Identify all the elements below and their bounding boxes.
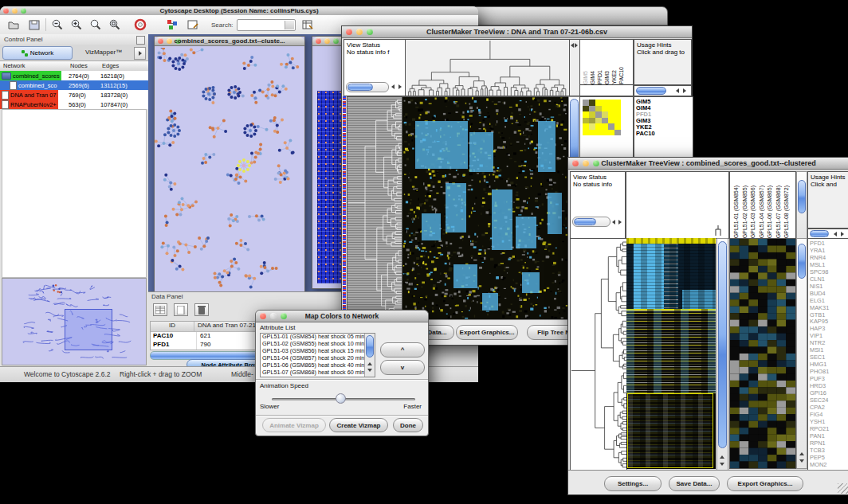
tv1-global-heatmap[interactable] bbox=[402, 96, 569, 321]
zoom-button[interactable] bbox=[333, 38, 339, 44]
tv1-row-dendrogram[interactable] bbox=[347, 96, 402, 321]
tv2-zoom-heatmap[interactable] bbox=[729, 238, 796, 469]
tv2-status-hscrollbar[interactable] bbox=[572, 217, 610, 227]
tv1-column-dendrogram[interactable] bbox=[405, 39, 570, 96]
column-label[interactable]: GIM5 bbox=[583, 71, 589, 84]
matrix-cell[interactable] bbox=[589, 130, 595, 136]
matrix-cell[interactable] bbox=[602, 123, 608, 130]
export-graphics-button[interactable]: Export Graphics... bbox=[456, 325, 518, 340]
tab-vizmapper[interactable]: VizMapper™ bbox=[73, 46, 134, 58]
scroll-thumb[interactable] bbox=[574, 218, 596, 225]
matrix-cell[interactable] bbox=[583, 100, 589, 106]
matrix-cell[interactable] bbox=[602, 106, 608, 112]
matrix-cell[interactable] bbox=[608, 100, 614, 106]
column-label[interactable]: GIM3 bbox=[604, 71, 610, 84]
column-label[interactable]: GPL51-03 (GSM856) bbox=[750, 186, 756, 238]
matrix-cell[interactable] bbox=[608, 118, 614, 124]
network-list-row[interactable]: combined_sco 2569(6) 13112(15) bbox=[0, 80, 148, 90]
scroll-up-icon[interactable] bbox=[367, 362, 372, 365]
scroll-up-icon[interactable] bbox=[799, 452, 804, 455]
column-label[interactable]: YKE2 bbox=[611, 70, 618, 84]
animate-vizmap-button[interactable]: Animate Vizmap bbox=[262, 418, 326, 432]
frame1-titlebar[interactable]: combined_scores_good.txt--cluste... bbox=[155, 37, 304, 46]
close-button[interactable] bbox=[316, 38, 321, 44]
column-label[interactable]: PFD1 bbox=[597, 70, 603, 84]
matrix-cell[interactable] bbox=[614, 106, 621, 112]
new-attribute-icon[interactable] bbox=[174, 303, 188, 316]
create-vizmap-button[interactable]: Create Vizmap bbox=[329, 418, 388, 432]
matrix-cell[interactable] bbox=[589, 118, 595, 124]
network-graph[interactable] bbox=[155, 48, 303, 291]
gene-label[interactable]: MON2 bbox=[810, 462, 848, 469]
matrix-cell[interactable] bbox=[595, 130, 602, 136]
attribute-table-icon[interactable] bbox=[300, 18, 315, 32]
treeview2-titlebar[interactable]: ClusterMaker TreeView : combined_scores_… bbox=[568, 158, 848, 170]
matrix-cell[interactable] bbox=[595, 106, 602, 112]
row-label[interactable]: PAC10 bbox=[636, 131, 693, 137]
matrix-cell[interactable] bbox=[595, 118, 602, 124]
scroll-down-icon[interactable] bbox=[720, 463, 724, 466]
scroll-left-icon[interactable] bbox=[571, 43, 574, 48]
matrix-cell[interactable] bbox=[589, 111, 595, 118]
matrix-cell[interactable] bbox=[608, 111, 614, 118]
network-list-row[interactable]: DNA and Tran 07 769(0) 183728(0) bbox=[0, 90, 148, 100]
tv2-row-dendrogram[interactable] bbox=[570, 238, 627, 471]
move-up-button[interactable]: ^ bbox=[380, 342, 425, 357]
column-label[interactable]: GPL51-07 (GSM868) bbox=[775, 186, 782, 238]
column-label[interactable]: PAC10 bbox=[618, 67, 625, 84]
matrix-cell[interactable] bbox=[614, 100, 621, 106]
matrix-cell[interactable] bbox=[614, 118, 621, 124]
scroll-left-icon[interactable] bbox=[834, 232, 837, 236]
attribute-item[interactable]: GPL51-07 (GSM868) heat shock 60 min bbox=[261, 369, 375, 377]
matrix-cell[interactable] bbox=[608, 130, 614, 136]
scroll-right-icon[interactable] bbox=[683, 88, 686, 93]
tv2-heatmap-vscrollbar[interactable] bbox=[716, 238, 728, 471]
scroll-down-icon[interactable] bbox=[367, 369, 372, 372]
column-label[interactable]: GPL51-08 (GSM872) bbox=[783, 186, 790, 238]
matrix-cell[interactable] bbox=[608, 123, 614, 130]
scroll-left-icon[interactable] bbox=[612, 220, 615, 225]
matrix-cell[interactable] bbox=[589, 106, 595, 112]
matrix-cell[interactable] bbox=[602, 111, 608, 118]
column-label[interactable]: GPL51-04 (GSM857) bbox=[759, 186, 765, 238]
tv1-status-hscrollbar[interactable] bbox=[346, 82, 389, 92]
zoom-fit-icon[interactable] bbox=[88, 18, 103, 32]
scroll-left-icon[interactable] bbox=[676, 88, 679, 93]
vizmapper-icon[interactable] bbox=[165, 18, 179, 32]
network-list-row[interactable]: RNAPuberNov2+ 563(0) 107847(0) bbox=[0, 100, 148, 109]
zoom-selected-icon[interactable] bbox=[108, 18, 122, 32]
matrix-cell[interactable] bbox=[583, 106, 589, 112]
heatmap-selected-cluster[interactable] bbox=[627, 393, 713, 468]
save-data-button[interactable]: Save Data... bbox=[669, 476, 720, 491]
done-button[interactable]: Done bbox=[393, 418, 423, 432]
scroll-right-icon[interactable] bbox=[841, 232, 844, 236]
attribute-list-vscrollbar[interactable] bbox=[364, 334, 375, 377]
attribute-list[interactable]: GPL51-01 (GSM854) heat shock 05 minGPL51… bbox=[260, 333, 375, 377]
tv2-labels-vscrollbar[interactable] bbox=[796, 171, 807, 239]
matrix-cell[interactable] bbox=[608, 106, 614, 112]
scroll-thumb[interactable] bbox=[347, 84, 373, 91]
scroll-thumb[interactable] bbox=[798, 180, 806, 213]
network-view-frame-1[interactable]: combined_scores_good.txt--cluste... bbox=[154, 36, 305, 293]
tab-network[interactable]: Network bbox=[2, 46, 73, 60]
scroll-up-icon[interactable] bbox=[720, 455, 724, 459]
matrix-cell[interactable] bbox=[583, 123, 589, 130]
scroll-thumb[interactable] bbox=[810, 230, 829, 237]
settings-button[interactable]: Settings... bbox=[604, 476, 662, 491]
scroll-thumb[interactable] bbox=[798, 244, 806, 279]
export-graphics-button[interactable]: Export Graphics... bbox=[727, 476, 803, 491]
matrix-cell[interactable] bbox=[589, 100, 595, 106]
attribute-grid-icon[interactable] bbox=[153, 303, 167, 316]
tv2-global-heatmap[interactable] bbox=[626, 238, 716, 469]
open-folder-icon[interactable] bbox=[6, 18, 21, 32]
matrix-cell[interactable] bbox=[595, 111, 602, 118]
matrix-cell[interactable] bbox=[589, 123, 595, 130]
matrix-cell[interactable] bbox=[602, 118, 608, 124]
help-ring-icon[interactable] bbox=[133, 18, 147, 32]
treeview1-titlebar[interactable]: ClusterMaker TreeView : DNA and Tran 07-… bbox=[342, 26, 692, 38]
scroll-thumb[interactable] bbox=[366, 335, 374, 357]
save-icon[interactable] bbox=[27, 18, 41, 32]
minimize-button[interactable] bbox=[324, 38, 330, 44]
slider-thumb[interactable] bbox=[336, 393, 346, 404]
matrix-cell[interactable] bbox=[614, 111, 621, 118]
